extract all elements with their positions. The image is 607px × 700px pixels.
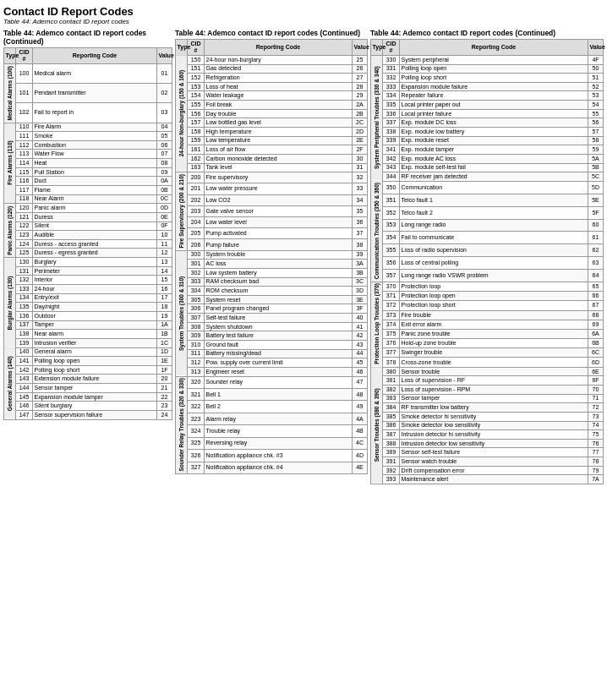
code-cell: ROM checksum [205,287,353,296]
type-group-label: System Troubles (300 & 310) [176,250,188,376]
table-row: 123Audible10 [4,231,172,240]
code-cell: Loss of supervision - RPM [400,385,588,394]
code-cell: Exp. module self-test fail [400,163,588,172]
table-row: 311Battery missing/dead44 [176,349,368,358]
table3-title: Table 44: Ademco contact ID report codes… [370,29,604,37]
code-cell: Pendant transmitter [33,84,157,103]
table-row: 308System shutdown41 [176,322,368,331]
table-row: 124Duress - access granted11 [4,239,172,249]
value-cell: 51 [588,74,604,83]
table2-header-type: Type [176,40,188,56]
code-cell: Duct [33,177,157,186]
table-row: 393Maintenance alert7A [371,475,604,484]
value-cell: 78 [588,457,604,467]
value-cell: 01 [157,64,172,84]
value-cell: 13 [157,258,172,267]
table-row: 323Alarm relay4A [176,413,368,424]
code-cell: Combustion [33,140,157,150]
cid-cell: 116 [16,177,33,186]
value-cell: 05 [157,132,172,141]
value-cell: 53 [588,91,604,101]
code-cell: Pull Station [33,167,157,177]
value-cell: 21 [157,384,172,393]
value-cell: 69 [588,320,604,329]
value-cell: 59 [588,145,604,155]
value-cell: 45 [353,358,368,368]
cid-cell: 113 [16,150,33,159]
cid-cell: 112 [16,140,33,150]
value-cell: 4A [353,413,368,424]
table-row: 386Smoke detector low sensitivity74 [371,421,604,430]
cid-cell: 351 [383,194,400,206]
table-row: 146Silent burglary23 [4,402,172,411]
value-cell: 46 [353,367,368,376]
code-cell: Battery missing/dead [205,349,353,358]
table-row: 384RF transmitter low battery72 [371,403,604,413]
cid-cell: 333 [383,82,400,91]
table-row: Communication Troubles (350 & 360)350Com… [371,181,604,194]
cid-cell: 132 [16,276,33,285]
code-cell: Battery test failure [205,331,353,341]
code-cell: Carbon monoxide detected [205,154,353,163]
code-cell: Local printer failure [400,109,588,118]
table-row: 102Fail to report in03 [4,103,172,123]
value-cell: 08 [157,159,172,168]
table-row: 304ROM checksum3D [176,287,368,296]
code-cell: Intrusion detector low sensitivity [400,439,588,448]
cid-cell: 137 [16,320,33,330]
value-cell: 2D [353,128,368,137]
value-cell: 65 [588,282,604,291]
table-row: 159Low temperature2E [176,136,368,145]
value-cell: 19 [157,311,172,320]
table-row: 206Pump failure38 [176,239,368,250]
code-cell: Day/night [33,303,157,312]
code-cell: Silent [33,221,157,231]
cid-cell: 311 [188,349,205,358]
value-cell: 5B [588,163,604,172]
cid-cell: 140 [16,347,33,357]
cid-cell: 370 [383,282,400,291]
code-cell: Notification appliance chk. #3 [205,450,353,462]
value-cell: 66 [588,292,604,301]
value-cell: 4D [353,450,368,462]
table3-header-code: Reporting Code [400,40,588,56]
code-cell: Maintenance alert [400,475,588,484]
cid-cell: 125 [16,249,33,258]
value-cell: 34 [353,194,368,205]
table-row: 303RAM checksum bad3C [176,277,368,287]
value-cell: 09 [157,167,172,177]
table-row: 372Protection loop short67 [371,301,604,310]
code-cell: Panel program changed [205,304,353,314]
code-cell: Near alarm [33,330,157,339]
table-row: 357Long range radio VSWR problem64 [371,270,604,282]
code-cell: Polling loop short [400,74,588,83]
type-group-label: Burglar Alarms (130) [4,258,16,347]
value-cell: 1F [157,365,172,375]
code-cell: Long range radio VSWR problem [400,270,588,282]
code-cell: Pump activated [205,228,353,239]
table-row: 309Battery test failure42 [176,331,368,341]
cid-cell: 102 [16,103,33,123]
value-cell: 1D [157,347,172,357]
value-cell: 38 [353,239,368,250]
code-cell: Local printer paper out [400,101,588,110]
value-cell: 3C [353,277,368,287]
value-cell: 5F [588,206,604,219]
value-cell: 15 [157,276,172,285]
table-row: Medical Alarms (100)100Medical alarm01 [4,64,172,84]
type-group-label: Sounder Relay Troubles (320 & 330) [176,376,188,474]
value-cell: 3E [353,295,368,304]
value-cell: 5A [588,154,604,163]
table-row: 135Day/night18 [4,303,172,312]
code-cell: Low water level [205,217,353,228]
table-row: 151Gas detected26 [176,64,368,74]
type-group-label: Communication Troubles (350 & 360) [371,181,383,282]
value-cell: 3F [353,304,368,314]
value-cell: 35 [353,205,368,216]
cid-cell: 157 [188,118,205,128]
table-row: 312Pow. supply over current limit45 [176,358,368,368]
cid-cell: 338 [383,128,400,137]
value-cell: 26 [353,64,368,74]
cid-cell: 372 [383,301,400,310]
value-cell: 58 [588,136,604,145]
